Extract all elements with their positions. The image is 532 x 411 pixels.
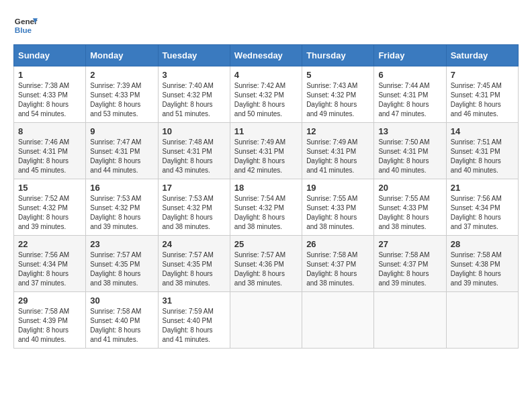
day-number: 10 <box>163 126 226 136</box>
calendar-day-header: Sunday <box>14 45 86 66</box>
day-info: Sunrise: 7:56 AMSunset: 4:34 PMDaylight:… <box>451 194 514 232</box>
day-info: Sunrise: 7:59 AMSunset: 4:40 PMDaylight:… <box>163 307 226 345</box>
day-info: Sunrise: 7:58 AMSunset: 4:39 PMDaylight:… <box>18 307 81 345</box>
day-number: 27 <box>378 239 441 249</box>
day-number: 6 <box>378 70 441 80</box>
calendar-cell: 2Sunrise: 7:39 AMSunset: 4:33 PMDaylight… <box>86 66 158 123</box>
day-number: 16 <box>90 183 153 193</box>
day-info: Sunrise: 7:58 AMSunset: 4:37 PMDaylight:… <box>306 250 369 288</box>
day-number: 12 <box>306 126 369 136</box>
calendar-cell: 7Sunrise: 7:45 AMSunset: 4:31 PMDaylight… <box>446 66 518 123</box>
day-number: 19 <box>306 183 369 193</box>
calendar-week-row: 8Sunrise: 7:46 AMSunset: 4:31 PMDaylight… <box>14 123 519 179</box>
day-info: Sunrise: 7:57 AMSunset: 4:35 PMDaylight:… <box>90 250 153 288</box>
day-number: 24 <box>163 239 226 249</box>
day-number: 20 <box>378 183 441 193</box>
calendar-cell: 5Sunrise: 7:43 AMSunset: 4:32 PMDaylight… <box>302 66 374 123</box>
calendar-cell: 31Sunrise: 7:59 AMSunset: 4:40 PMDayligh… <box>158 292 230 349</box>
calendar-cell: 25Sunrise: 7:57 AMSunset: 4:36 PMDayligh… <box>230 236 302 292</box>
day-number: 5 <box>306 70 369 80</box>
day-number: 2 <box>90 70 153 80</box>
day-number: 8 <box>18 126 81 136</box>
day-info: Sunrise: 7:52 AMSunset: 4:32 PMDaylight:… <box>18 194 81 232</box>
day-info: Sunrise: 7:38 AMSunset: 4:33 PMDaylight:… <box>18 81 81 119</box>
calendar-cell <box>374 292 446 349</box>
day-number: 31 <box>163 295 226 306</box>
day-number: 30 <box>90 295 153 306</box>
svg-text:General: General <box>15 17 38 26</box>
calendar-cell: 9Sunrise: 7:47 AMSunset: 4:31 PMDaylight… <box>86 123 158 179</box>
calendar-week-row: 22Sunrise: 7:56 AMSunset: 4:34 PMDayligh… <box>14 236 519 292</box>
logo-icon: General Blue <box>13 13 38 38</box>
day-info: Sunrise: 7:44 AMSunset: 4:31 PMDaylight:… <box>378 81 441 119</box>
calendar-cell <box>302 292 374 349</box>
calendar-week-row: 15Sunrise: 7:52 AMSunset: 4:32 PMDayligh… <box>14 179 519 236</box>
calendar-cell: 6Sunrise: 7:44 AMSunset: 4:31 PMDaylight… <box>374 66 446 123</box>
day-number: 9 <box>90 126 153 136</box>
day-number: 25 <box>234 239 298 249</box>
calendar-cell: 24Sunrise: 7:57 AMSunset: 4:35 PMDayligh… <box>158 236 230 292</box>
calendar-cell: 13Sunrise: 7:50 AMSunset: 4:31 PMDayligh… <box>374 123 446 179</box>
day-number: 3 <box>163 70 226 80</box>
calendar-day-header: Saturday <box>446 45 518 66</box>
calendar-cell: 16Sunrise: 7:53 AMSunset: 4:32 PMDayligh… <box>86 179 158 236</box>
day-number: 4 <box>234 70 298 80</box>
calendar-cell: 21Sunrise: 7:56 AMSunset: 4:34 PMDayligh… <box>446 179 518 236</box>
day-number: 17 <box>163 183 226 193</box>
day-number: 11 <box>234 126 298 136</box>
day-number: 1 <box>18 70 81 80</box>
day-number: 18 <box>234 183 298 193</box>
day-info: Sunrise: 7:54 AMSunset: 4:32 PMDaylight:… <box>234 194 298 232</box>
calendar-table: SundayMondayTuesdayWednesdayThursdayFrid… <box>13 44 519 349</box>
calendar-cell: 15Sunrise: 7:52 AMSunset: 4:32 PMDayligh… <box>14 179 86 236</box>
calendar-cell <box>230 292 302 349</box>
day-info: Sunrise: 7:58 AMSunset: 4:40 PMDaylight:… <box>90 307 153 345</box>
day-info: Sunrise: 7:56 AMSunset: 4:34 PMDaylight:… <box>18 250 81 288</box>
calendar-header-row: SundayMondayTuesdayWednesdayThursdayFrid… <box>14 45 519 66</box>
calendar-cell: 27Sunrise: 7:58 AMSunset: 4:37 PMDayligh… <box>374 236 446 292</box>
day-number: 28 <box>451 239 514 249</box>
day-info: Sunrise: 7:58 AMSunset: 4:38 PMDaylight:… <box>451 250 514 288</box>
day-info: Sunrise: 7:49 AMSunset: 4:31 PMDaylight:… <box>306 138 369 175</box>
calendar-cell: 4Sunrise: 7:42 AMSunset: 4:32 PMDaylight… <box>230 66 302 123</box>
day-number: 23 <box>90 239 153 249</box>
calendar-cell: 29Sunrise: 7:58 AMSunset: 4:39 PMDayligh… <box>14 292 86 349</box>
day-info: Sunrise: 7:46 AMSunset: 4:31 PMDaylight:… <box>18 138 81 175</box>
calendar-cell: 1Sunrise: 7:38 AMSunset: 4:33 PMDaylight… <box>14 66 86 123</box>
calendar-cell: 14Sunrise: 7:51 AMSunset: 4:31 PMDayligh… <box>446 123 518 179</box>
calendar-cell: 11Sunrise: 7:49 AMSunset: 4:31 PMDayligh… <box>230 123 302 179</box>
calendar-cell: 23Sunrise: 7:57 AMSunset: 4:35 PMDayligh… <box>86 236 158 292</box>
calendar-cell: 22Sunrise: 7:56 AMSunset: 4:34 PMDayligh… <box>14 236 86 292</box>
calendar-cell: 26Sunrise: 7:58 AMSunset: 4:37 PMDayligh… <box>302 236 374 292</box>
day-info: Sunrise: 7:53 AMSunset: 4:32 PMDaylight:… <box>90 194 153 232</box>
day-info: Sunrise: 7:55 AMSunset: 4:33 PMDaylight:… <box>378 194 441 232</box>
logo: General Blue <box>13 13 38 38</box>
calendar-day-header: Tuesday <box>158 45 230 66</box>
day-info: Sunrise: 7:49 AMSunset: 4:31 PMDaylight:… <box>234 138 298 175</box>
day-info: Sunrise: 7:45 AMSunset: 4:31 PMDaylight:… <box>451 81 514 119</box>
calendar-cell: 10Sunrise: 7:48 AMSunset: 4:31 PMDayligh… <box>158 123 230 179</box>
calendar-week-row: 1Sunrise: 7:38 AMSunset: 4:33 PMDaylight… <box>14 66 519 123</box>
day-info: Sunrise: 7:58 AMSunset: 4:37 PMDaylight:… <box>378 250 441 288</box>
calendar-cell: 3Sunrise: 7:40 AMSunset: 4:32 PMDaylight… <box>158 66 230 123</box>
svg-text:Blue: Blue <box>15 26 32 34</box>
day-number: 7 <box>451 70 514 80</box>
day-number: 15 <box>18 183 81 193</box>
day-number: 13 <box>378 126 441 136</box>
calendar-day-header: Thursday <box>302 45 374 66</box>
calendar-cell: 12Sunrise: 7:49 AMSunset: 4:31 PMDayligh… <box>302 123 374 179</box>
day-number: 14 <box>451 126 514 136</box>
day-info: Sunrise: 7:55 AMSunset: 4:33 PMDaylight:… <box>306 194 369 232</box>
day-info: Sunrise: 7:57 AMSunset: 4:36 PMDaylight:… <box>234 250 298 288</box>
calendar-cell <box>446 292 518 349</box>
day-info: Sunrise: 7:42 AMSunset: 4:32 PMDaylight:… <box>234 81 298 119</box>
calendar-cell: 30Sunrise: 7:58 AMSunset: 4:40 PMDayligh… <box>86 292 158 349</box>
calendar-cell: 20Sunrise: 7:55 AMSunset: 4:33 PMDayligh… <box>374 179 446 236</box>
day-number: 21 <box>451 183 514 193</box>
day-info: Sunrise: 7:40 AMSunset: 4:32 PMDaylight:… <box>163 81 226 119</box>
day-number: 29 <box>18 295 81 306</box>
page-header: General Blue <box>13 13 519 38</box>
day-number: 22 <box>18 239 81 249</box>
calendar-week-row: 29Sunrise: 7:58 AMSunset: 4:39 PMDayligh… <box>14 292 519 349</box>
calendar-cell: 28Sunrise: 7:58 AMSunset: 4:38 PMDayligh… <box>446 236 518 292</box>
